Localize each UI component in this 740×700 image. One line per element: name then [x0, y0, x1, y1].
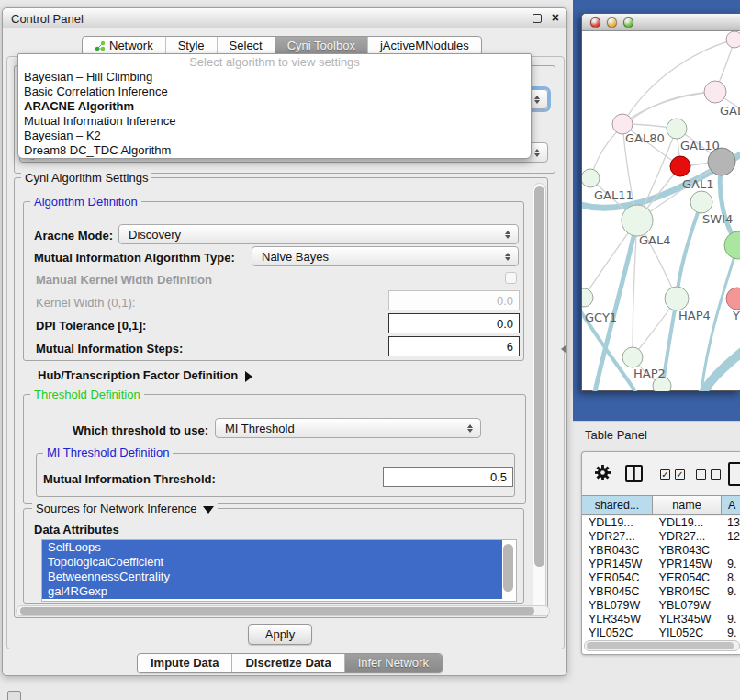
popup-item[interactable]: ARACNE Algorithm	[18, 99, 531, 114]
tab-cyni-toolbox[interactable]: Cyni Toolbox	[275, 37, 367, 55]
table-cell: YDL19...	[653, 516, 722, 530]
algorithm-dropdown-popup: Select algorithm to view settingsBayesia…	[17, 53, 532, 159]
network-edge[interactable]	[622, 92, 715, 124]
dpi-tolerance-field[interactable]: 0.0	[388, 313, 520, 333]
table-row[interactable]: YLR345WYLR345W9.	[582, 613, 740, 627]
mi-threshold-field[interactable]: 0.5	[383, 467, 513, 487]
minimize-traffic-light-icon[interactable]	[607, 17, 617, 28]
aracne-mode-combobox[interactable]: Discovery	[118, 224, 519, 244]
gear-icon[interactable]	[595, 465, 611, 483]
column-header-name[interactable]: name	[653, 496, 722, 514]
zoom-traffic-light-icon[interactable]	[623, 17, 633, 28]
popup-item[interactable]: Bayesian – Hill Climbing	[18, 70, 531, 85]
network-node[interactable]	[670, 156, 690, 176]
table-cell: YPR145W	[653, 558, 722, 571]
kernel-width-field[interactable]: 0.0	[388, 290, 520, 310]
popup-item[interactable]: Basic Correlation Inference	[18, 85, 531, 99]
tab-impute-data[interactable]: Impute Data	[138, 654, 231, 672]
tab-jactivemnodules[interactable]: jActiveMNodules	[367, 37, 481, 55]
table-row[interactable]: YDL19...YDL19...13	[582, 516, 740, 530]
settings-vertical-scrollbar[interactable]	[533, 183, 546, 613]
manual-kernel-label: Manual Kernel Width Definition	[36, 273, 212, 287]
checked-checkbox-icon[interactable]: ✓	[675, 469, 685, 480]
checked-checkbox-icon[interactable]: ✓	[660, 469, 670, 480]
column-header-shared...[interactable]: shared...	[582, 496, 653, 514]
attribute-list-item[interactable]: gal4RGexp	[42, 584, 502, 599]
network-node[interactable]	[724, 231, 740, 259]
table-row[interactable]: YBR043CYBR043C	[582, 544, 740, 558]
table-row[interactable]: YBL079WYBL079W	[582, 599, 740, 613]
network-node-label: GAL	[720, 104, 740, 118]
tab-label: jActiveMNodules	[380, 37, 469, 55]
hub-definition-toggle[interactable]: Hub/Transcription Factor Definition	[38, 368, 252, 382]
sources-toggle[interactable]: Sources for Network Inference	[32, 502, 218, 515]
tab-select[interactable]: Select	[217, 37, 275, 55]
apply-button[interactable]: Apply	[248, 624, 312, 645]
mi-threshold-label: Mutual Information Threshold:	[43, 472, 216, 486]
collapsed-arrow-icon	[245, 371, 252, 382]
document-icon[interactable]	[728, 462, 740, 486]
which-threshold-combobox[interactable]: MI Threshold	[215, 418, 481, 438]
table-cell: 12	[721, 530, 740, 544]
network-node[interactable]	[622, 205, 653, 236]
network-edge[interactable]	[677, 202, 701, 299]
scrollbar-thumb[interactable]	[534, 186, 544, 567]
table-cell: YLR345W	[653, 613, 722, 627]
column-header-A[interactable]: A	[722, 496, 740, 514]
attribute-list-item[interactable]: BetweennessCentrality	[42, 570, 502, 584]
collapsed-panel-chip[interactable]	[7, 691, 21, 700]
split-columns-icon[interactable]	[625, 465, 643, 482]
manual-kernel-checkbox[interactable]	[505, 272, 517, 284]
network-canvas[interactable]: GALGAL80GAL10GAL1GAL11SWI4GAL4HAP4YGCY1H…	[582, 31, 740, 391]
data-attributes-list[interactable]: SelfLoopsTopologicalCoefficientBetweenne…	[41, 539, 517, 602]
network-node[interactable]	[726, 31, 740, 48]
scrollbar-thumb[interactable]	[503, 544, 513, 592]
float-window-icon[interactable]	[533, 14, 542, 23]
popup-item[interactable]: Bayesian – K2	[18, 129, 531, 143]
table-horizontal-scrollbar[interactable]	[584, 640, 740, 651]
table-cell: 13	[721, 516, 740, 530]
attribute-list-item[interactable]: TopologicalCoefficient	[42, 555, 502, 570]
tab-style[interactable]: Style	[165, 37, 217, 55]
network-window-titlebar[interactable]	[582, 14, 740, 31]
tab-network[interactable]: Network	[83, 37, 165, 55]
apply-button-label: Apply	[265, 627, 296, 641]
control-panel-titlebar[interactable]: Control Panel ×	[3, 8, 566, 28]
network-node-label: GCY1	[585, 310, 617, 324]
mi-type-combobox[interactable]: Naive Bayes	[252, 246, 519, 266]
tab-infer-network[interactable]: Infer Network	[344, 654, 442, 672]
scrollbar-thumb[interactable]	[20, 607, 534, 615]
tab-discretize-data[interactable]: Discretize Data	[231, 654, 343, 672]
network-node[interactable]	[582, 288, 593, 307]
list-vertical-scrollbar[interactable]	[502, 540, 516, 601]
table-cell: YBR043C	[582, 544, 653, 558]
table-row[interactable]: YDR27...YDR27...12	[582, 530, 740, 544]
popup-item[interactable]: Dream8 DC_TDC Algorithm	[18, 143, 531, 158]
popup-placeholder-text: Select algorithm to view settings	[18, 54, 531, 70]
attribute-list-item[interactable]: SelfLoops	[42, 540, 502, 555]
mi-type-label: Mutual Information Algorithm Type:	[34, 251, 235, 265]
unchecked-checkbox-icon[interactable]	[696, 469, 706, 480]
network-node[interactable]	[690, 191, 712, 213]
mi-steps-field[interactable]: 6	[388, 336, 520, 356]
close-icon[interactable]: ×	[552, 10, 559, 25]
settings-horizontal-scrollbar[interactable]	[16, 605, 550, 616]
table-row[interactable]: YER054CYER054C8.	[582, 571, 740, 585]
which-threshold-label: Which threshold to use:	[73, 423, 208, 437]
network-node[interactable]	[582, 169, 600, 187]
panel-resize-handle[interactable]	[561, 345, 566, 353]
network-view-window[interactable]: GALGAL80GAL10GAL1GAL11SWI4GAL4HAP4YGCY1H…	[581, 13, 740, 391]
unchecked-checkbox-icon[interactable]	[711, 469, 721, 480]
network-node[interactable]	[704, 81, 726, 103]
network-node[interactable]	[667, 119, 687, 139]
table-row[interactable]: YBR045CYBR045C9.	[582, 585, 740, 599]
table-row[interactable]: YPR145WYPR145W9.	[582, 558, 740, 571]
popup-item[interactable]: Mutual Information Inference	[18, 114, 531, 129]
table-row[interactable]: YIL052CYIL052C9.	[582, 627, 740, 640]
network-node[interactable]	[622, 347, 643, 367]
network-node[interactable]	[665, 287, 689, 310]
scrollbar-thumb[interactable]	[587, 642, 734, 649]
close-traffic-light-icon[interactable]	[590, 17, 600, 28]
network-node[interactable]	[726, 288, 740, 310]
table-cell: YPR145W	[582, 558, 653, 571]
